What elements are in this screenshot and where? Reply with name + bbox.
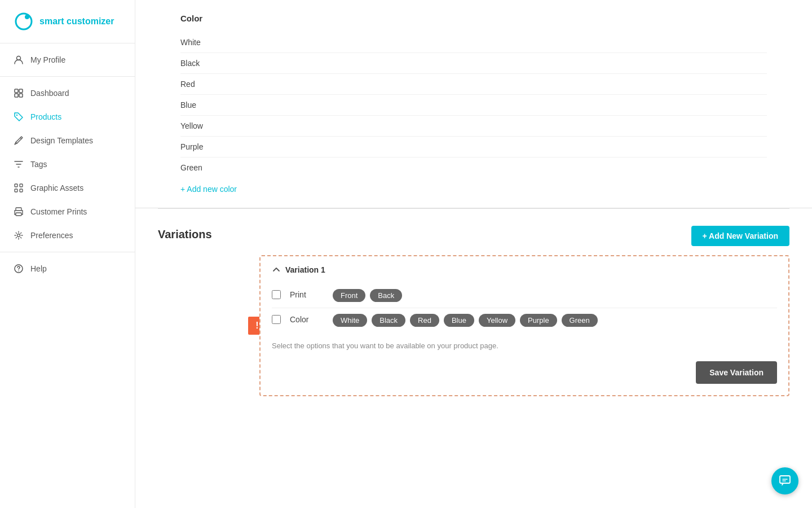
color-checkbox[interactable] xyxy=(272,315,281,324)
svg-point-0 xyxy=(16,14,32,29)
variation-print-row: Print Front Back xyxy=(272,283,777,308)
svg-point-7 xyxy=(16,115,17,116)
print-label: Print xyxy=(290,289,324,299)
color-item-black: Black xyxy=(180,53,767,74)
tag-blue[interactable]: Blue xyxy=(444,314,474,327)
sidebar-label-help: Help xyxy=(30,264,47,273)
svg-rect-8 xyxy=(15,184,17,187)
sidebar-label-design-templates: Design Templates xyxy=(30,136,93,145)
sidebar-nav-section: Dashboard Products Design Templates xyxy=(0,77,135,252)
chat-button[interactable] xyxy=(771,467,798,494)
color-list: White Black Red Blue Yellow Purple Green xyxy=(180,32,767,178)
app-name: smart customizer xyxy=(39,16,114,27)
tag-back[interactable]: Back xyxy=(370,289,402,302)
svg-rect-12 xyxy=(16,208,21,211)
variation-1-title: Variation 1 xyxy=(285,265,325,274)
wrench-icon xyxy=(14,135,24,146)
variations-wrapper: Variations + Add New Variation ! xyxy=(135,209,812,413)
grid-icon xyxy=(14,183,24,193)
sidebar-item-dashboard[interactable]: Dashboard xyxy=(0,81,135,105)
main-content: Color White Black Red Blue Yellow Purple… xyxy=(135,0,812,508)
sidebar-label-tags: Tags xyxy=(30,160,47,169)
color-tags: White Black Red Blue Yellow Purple Green xyxy=(333,314,598,327)
content-area: Color White Black Red Blue Yellow Purple… xyxy=(135,0,812,508)
tag-purple[interactable]: Purple xyxy=(520,314,557,327)
variation-card-wrapper: ! Variation 1 xyxy=(259,255,789,396)
print-checkbox[interactable] xyxy=(272,290,281,299)
variation-1-card: Variation 1 Print Front Back xyxy=(259,255,789,396)
print-icon xyxy=(14,207,24,217)
sidebar-item-customer-prints[interactable]: Customer Prints xyxy=(0,200,135,224)
logo-icon xyxy=(14,11,34,32)
tag-icon xyxy=(14,112,24,122)
color-item-blue: Blue xyxy=(180,95,767,116)
sidebar-label-graphic-assets: Graphic Assets xyxy=(30,183,83,192)
variation-1-header: Variation 1 xyxy=(272,265,777,274)
variation-hint: Select the options that you want to be a… xyxy=(272,341,777,350)
add-color-link[interactable]: + Add new color xyxy=(180,185,237,194)
tag-front[interactable]: Front xyxy=(333,289,365,302)
svg-rect-9 xyxy=(20,184,23,187)
sidebar-label-preferences: Preferences xyxy=(30,231,73,240)
sidebar-label-dashboard: Dashboard xyxy=(30,89,69,98)
svg-rect-11 xyxy=(20,189,23,192)
tag-black[interactable]: Black xyxy=(372,314,405,327)
color-item-yellow: Yellow xyxy=(180,116,767,137)
color-item-white: White xyxy=(180,32,767,53)
color-section: Color White Black Red Blue Yellow Purple… xyxy=(135,0,812,208)
color-label: Color xyxy=(290,314,324,324)
tag-white[interactable]: White xyxy=(333,314,367,327)
sidebar-label-customer-prints: Customer Prints xyxy=(30,207,87,216)
svg-rect-3 xyxy=(15,89,18,93)
sidebar-label-products: Products xyxy=(30,112,61,121)
tag-green[interactable]: Green xyxy=(562,314,598,327)
logo-area: smart customizer xyxy=(0,0,135,43)
sidebar-item-tags[interactable]: Tags xyxy=(0,152,135,176)
tag-yellow[interactable]: Yellow xyxy=(479,314,515,327)
color-item-purple: Purple xyxy=(180,137,767,157)
sidebar-item-design-templates[interactable]: Design Templates xyxy=(0,129,135,152)
svg-point-1 xyxy=(25,15,29,19)
sidebar-label-my-profile: My Profile xyxy=(30,55,65,64)
sidebar-item-graphic-assets[interactable]: Graphic Assets xyxy=(0,176,135,200)
variations-header: + Add New Variation xyxy=(259,226,789,246)
color-item-red: Red xyxy=(180,74,767,95)
color-item-green: Green xyxy=(180,157,767,178)
color-section-title: Color xyxy=(180,14,767,23)
add-variation-button[interactable]: + Add New Variation xyxy=(691,226,789,246)
sidebar-item-my-profile[interactable]: My Profile xyxy=(0,48,135,72)
tag-red[interactable]: Red xyxy=(410,314,439,327)
print-tags: Front Back xyxy=(333,289,402,302)
variations-label: Variations xyxy=(158,226,259,396)
svg-point-14 xyxy=(17,234,20,237)
dashboard-icon xyxy=(14,88,24,98)
variations-content: + Add New Variation ! Variati xyxy=(259,226,789,396)
svg-rect-6 xyxy=(19,94,23,97)
svg-rect-4 xyxy=(19,89,23,93)
svg-point-16 xyxy=(18,270,19,271)
gear-icon xyxy=(14,230,24,240)
svg-rect-13 xyxy=(16,213,21,216)
sidebar-item-preferences[interactable]: Preferences xyxy=(0,224,135,247)
chat-icon xyxy=(779,475,791,487)
sidebar-profile-section: My Profile xyxy=(0,43,135,77)
person-icon xyxy=(14,55,24,65)
variation-color-row: Color White Black Red Blue Yellow Purple… xyxy=(272,308,777,332)
save-variation-button[interactable]: Save Variation xyxy=(696,361,777,384)
sidebar-item-products[interactable]: Products xyxy=(0,105,135,129)
chevron-up-icon xyxy=(272,265,281,274)
question-icon xyxy=(14,264,24,274)
sidebar: smart customizer My Profile D xyxy=(0,0,135,508)
svg-rect-10 xyxy=(15,189,17,192)
svg-rect-5 xyxy=(15,94,18,97)
filter-icon xyxy=(14,159,24,169)
sidebar-item-help[interactable]: Help xyxy=(0,257,135,281)
sidebar-footer: Help xyxy=(0,252,135,285)
